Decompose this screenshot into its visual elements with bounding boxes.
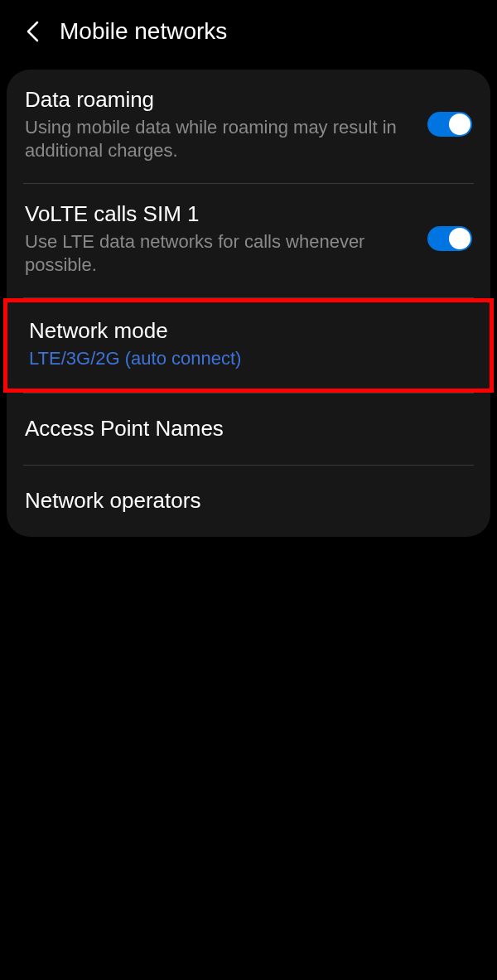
data-roaming-text: Data roaming Using mobile data while roa… <box>25 86 427 163</box>
volte-text: VoLTE calls SIM 1 Use LTE data networks … <box>25 200 427 278</box>
toggle-knob <box>449 228 470 249</box>
operators-title: Network operators <box>25 487 459 515</box>
network-mode-title: Network mode <box>29 317 455 345</box>
network-mode-value: LTE/3G/2G (auto connect) <box>29 347 455 371</box>
volte-toggle[interactable] <box>427 226 472 251</box>
volte-title: VoLTE calls SIM 1 <box>25 200 414 229</box>
header: Mobile networks <box>0 0 497 63</box>
data-roaming-toggle[interactable] <box>427 112 472 137</box>
volte-subtitle: Use LTE data networks for calls whenever… <box>25 230 414 278</box>
apn-text: Access Point Names <box>25 415 472 443</box>
apn-row[interactable]: Access Point Names <box>7 393 490 465</box>
page-title: Mobile networks <box>60 18 227 45</box>
back-icon[interactable] <box>23 22 41 41</box>
volte-row[interactable]: VoLTE calls SIM 1 Use LTE data networks … <box>7 184 490 297</box>
network-mode-text: Network mode LTE/3G/2G (auto connect) <box>29 317 468 370</box>
toggle-knob <box>449 113 470 135</box>
apn-title: Access Point Names <box>25 415 459 443</box>
operators-row[interactable]: Network operators <box>7 466 490 537</box>
network-mode-row[interactable]: Network mode LTE/3G/2G (auto connect) <box>3 298 494 393</box>
data-roaming-row[interactable]: Data roaming Using mobile data while roa… <box>7 70 490 183</box>
data-roaming-subtitle: Using mobile data while roaming may resu… <box>25 116 414 163</box>
data-roaming-title: Data roaming <box>25 86 414 114</box>
operators-text: Network operators <box>25 487 472 515</box>
settings-card: Data roaming Using mobile data while roa… <box>7 70 490 537</box>
